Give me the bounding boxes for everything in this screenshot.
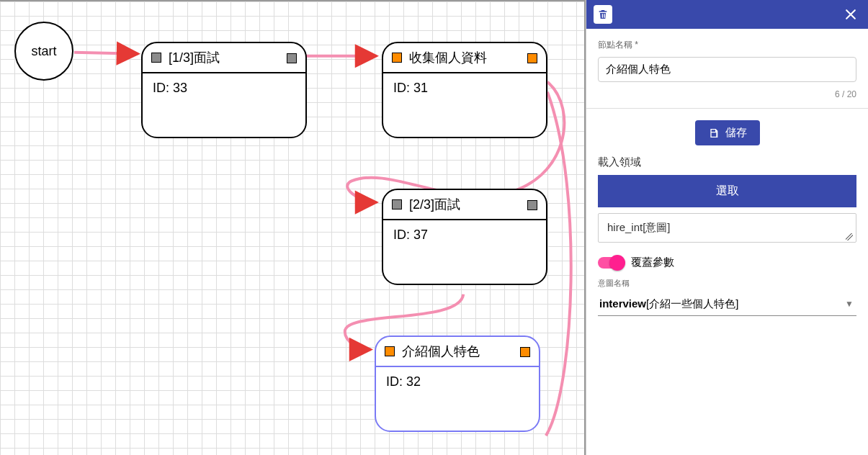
node-title: 收集個人資料 (409, 49, 487, 66)
node-title: [2/3]面試 (409, 196, 460, 213)
node-header: [2/3]面試 (383, 190, 546, 220)
domain-value-box[interactable]: hire_int[意圖] (598, 213, 856, 243)
flow-canvas[interactable]: start [1/3]面試 ID: 33 收集個人資料 ID: 31 (0, 0, 586, 455)
intent-value-suffix: [介紹一些個人特色] (646, 297, 738, 310)
intent-select[interactable]: interview[介紹一些個人特色] ▼ (598, 294, 856, 316)
port-left-icon[interactable] (385, 346, 395, 356)
port-right-icon[interactable] (520, 347, 530, 357)
port-left-icon[interactable] (392, 199, 402, 210)
node-body: ID: 33 (143, 73, 305, 137)
start-label: start (31, 44, 56, 59)
node-header: 介紹個人特色 (376, 337, 539, 367)
node-id-text: ID: 32 (386, 374, 421, 389)
port-right-icon[interactable] (287, 53, 297, 63)
domain-value-text: hire_int[意圖] (607, 221, 671, 233)
delete-node-button[interactable] (594, 5, 612, 24)
close-panel-button[interactable] (841, 4, 861, 24)
node-body: ID: 37 (383, 220, 546, 284)
node-name-input[interactable] (598, 57, 856, 82)
save-button[interactable]: 儲存 (695, 120, 760, 145)
resize-grip-icon[interactable] (846, 233, 853, 240)
flow-node-collect-data[interactable]: 收集個人資料 ID: 31 (382, 42, 547, 138)
close-icon (844, 7, 858, 22)
node-header: 收集個人資料 (383, 43, 546, 73)
save-icon (708, 127, 720, 139)
flow-node-interview-2[interactable]: [2/3]面試 ID: 37 (382, 189, 547, 285)
node-body: ID: 32 (376, 367, 539, 431)
trash-icon (597, 9, 609, 20)
start-node[interactable]: start (14, 22, 73, 81)
override-params-toggle[interactable] (598, 257, 624, 269)
chevron-down-icon: ▼ (845, 299, 854, 309)
toggle-knob (609, 255, 625, 271)
node-id-text: ID: 37 (393, 227, 428, 242)
divider (586, 108, 868, 109)
node-title: 介紹個人特色 (402, 343, 480, 360)
port-left-icon[interactable] (151, 53, 161, 63)
node-id-text: ID: 33 (153, 81, 187, 95)
intent-value-prefix: interview (599, 297, 646, 310)
port-right-icon[interactable] (527, 200, 537, 210)
override-params-label: 覆蓋參數 (631, 256, 674, 269)
flow-node-interview-1[interactable]: [1/3]面試 ID: 33 (141, 42, 307, 138)
flow-node-intro-features[interactable]: 介紹個人特色 ID: 32 (375, 335, 540, 432)
select-button-label: 選取 (716, 184, 739, 197)
node-id-text: ID: 31 (393, 81, 428, 95)
node-header: [1/3]面試 (143, 43, 305, 73)
properties-panel: 節點名稱 * 6 / 20 儲存 載入領域 選取 hire_int[意圖] 覆蓋… (586, 0, 868, 455)
port-left-icon[interactable] (392, 53, 402, 63)
intent-name-label: 意圖名稱 (598, 278, 856, 289)
load-domain-label: 載入領域 (598, 156, 856, 169)
port-right-icon[interactable] (527, 53, 537, 63)
node-title: [1/3]面試 (169, 49, 220, 66)
node-name-label: 節點名稱 * (598, 39, 856, 51)
panel-header (586, 0, 868, 29)
save-button-label: 儲存 (725, 126, 747, 140)
select-domain-button[interactable]: 選取 (598, 175, 856, 207)
node-body: ID: 31 (383, 73, 546, 137)
node-name-char-count: 6 / 20 (598, 89, 856, 99)
